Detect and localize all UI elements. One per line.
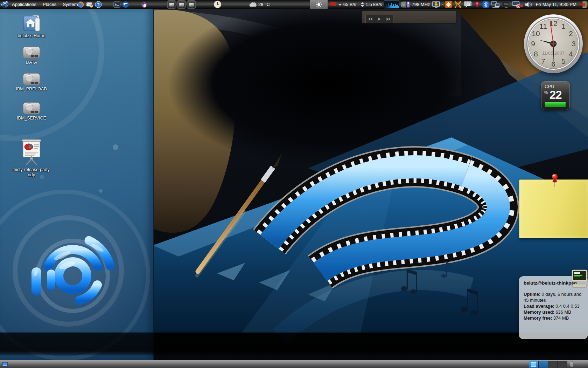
- weather-sun-applet[interactable]: [310, 0, 328, 9]
- panel-clock-applet[interactable]: [214, 0, 222, 9]
- terminal-launcher-icon[interactable]: [113, 1, 120, 8]
- firefox-launcher-icon[interactable]: [77, 1, 84, 8]
- weather-applet[interactable]: 28 °C: [249, 0, 270, 9]
- desktop-icon-data[interactable]: DATA: [9, 46, 54, 65]
- fast-forward-button[interactable]: [384, 15, 393, 23]
- volume-icon[interactable]: [525, 1, 533, 8]
- desktop-icon-label: DATA: [26, 60, 37, 65]
- workspace-switcher: [529, 361, 567, 368]
- down-arrow-icon: [338, 3, 342, 6]
- computer-icon: [570, 269, 588, 289]
- svg-text:♪: ♪: [439, 257, 454, 283]
- home-folder-icon: [22, 15, 41, 32]
- window-list-button-1[interactable]: [167, 0, 176, 9]
- svg-text:5: 5: [561, 57, 566, 65]
- desktop-icon-presentation-file[interactable]: feisty-release-party. odp: [9, 137, 54, 178]
- main-menu-logo-icon[interactable]: [1, 1, 9, 8]
- bottom-panel: [0, 360, 588, 368]
- hard-drive-icon: [23, 46, 40, 59]
- svg-text:3: 3: [572, 40, 576, 48]
- top-panel: Applications Places System ?: [0, 0, 588, 9]
- cpu-meter-value: 22: [550, 88, 562, 101]
- cpu-meter-widget[interactable]: CPU % 22: [541, 81, 570, 110]
- system-info-row: Uptime:0 days, 6 hours and 45 minutes: [524, 291, 584, 303]
- screenshot-tray-icon[interactable]: [502, 1, 510, 8]
- modem-phone-icon[interactable]: ☎: [329, 0, 337, 9]
- wallpaper-shadow-band: [0, 332, 588, 355]
- desktop-icon-label: belutz's Home: [18, 33, 46, 39]
- desktop-icon-ibm-preload[interactable]: IBM_PRELOAD: [9, 73, 54, 92]
- svg-text:10: 10: [532, 29, 540, 38]
- panel-date-time[interactable]: Fri May 11, 9:30 PM: [536, 2, 576, 7]
- workspace-3[interactable]: [548, 361, 558, 368]
- hard-drive-icon: [23, 102, 40, 115]
- network-graph[interactable]: [384, 0, 399, 8]
- logout-icon[interactable]: [580, 1, 587, 8]
- menu-places[interactable]: Places: [40, 0, 59, 9]
- bluetooth-icon[interactable]: [482, 1, 489, 8]
- svg-text:9: 9: [531, 40, 535, 48]
- network-offline-icon[interactable]: [512, 1, 523, 8]
- rewind-button[interactable]: [366, 15, 375, 23]
- media-controls-widget: [362, 11, 456, 23]
- desktop-icon-ibm-service[interactable]: IBM_SERVICE: [9, 102, 54, 121]
- remote-desktop-icon[interactable]: [491, 1, 500, 8]
- analog-clock-widget[interactable]: 12 1 2 3 4 5 6 7 8 9 10 11 11/05/2007: [524, 14, 583, 74]
- ruby-gem-icon[interactable]: [474, 1, 481, 8]
- menu-applications[interactable]: Applications: [9, 0, 40, 9]
- svg-text:11: 11: [539, 22, 547, 30]
- system-info-row: Memory used:636 MB: [524, 309, 584, 315]
- workspace-2[interactable]: [539, 361, 548, 368]
- alert-diamond-icon: [520, 5, 523, 7]
- network-down-rate: 65 B/s: [343, 2, 356, 7]
- cpu-meter-bar: [545, 102, 566, 107]
- play-button[interactable]: [375, 15, 384, 23]
- screen-lock-icon[interactable]: [432, 1, 440, 8]
- cpu-meter-unit: %: [544, 90, 548, 95]
- thunderbird-launcher-icon[interactable]: [122, 1, 129, 8]
- up-down-arrows-icon: [361, 2, 364, 7]
- chat-offline-icon[interactable]: chat: [454, 1, 462, 8]
- svg-text:1: 1: [561, 22, 566, 30]
- hard-drive-icon: [23, 73, 40, 86]
- cpu-frequency: 798 MHz: [412, 2, 430, 7]
- network-total-rate: 1.5 kB/s: [366, 2, 382, 7]
- window-list: [167, 0, 196, 9]
- system-info-widget[interactable]: belutz@belutz-thinkpad Uptime:0 days, 6 …: [519, 276, 588, 339]
- sticky-note-widget[interactable]: [519, 179, 588, 238]
- weather-temperature: 28 °C: [258, 2, 270, 7]
- desktop-icon-label: IBM_PRELOAD: [16, 87, 47, 92]
- svg-text:?: ?: [97, 2, 100, 7]
- window-list-button-2[interactable]: [177, 0, 186, 9]
- side-panel-swirl-logo: [31, 234, 115, 318]
- svg-text:4: 4: [569, 50, 573, 58]
- mail-launcher-icon[interactable]: [86, 1, 93, 8]
- svg-text:7: 7: [541, 57, 545, 65]
- presentation-file-icon: [19, 137, 44, 166]
- workspace-4[interactable]: [558, 361, 567, 368]
- desktop-icon-label: feisty-release-party. odp: [13, 167, 51, 178]
- svg-text:♫: ♫: [455, 282, 484, 320]
- show-desktop-button[interactable]: [1, 361, 9, 368]
- svg-text:8: 8: [534, 50, 538, 58]
- sun-icon: [316, 1, 322, 8]
- cpu-chip-icon[interactable]: [401, 1, 410, 8]
- panel-launchers: ?: [77, 0, 148, 9]
- separator-dash: -: [442, 2, 443, 7]
- window-list-button-3[interactable]: [187, 0, 196, 9]
- trash-icon: [569, 361, 574, 367]
- cloud-icon: [249, 2, 257, 7]
- system-info-row: Load average:0.4 0.4 0.53: [524, 303, 584, 309]
- fast-forward-icon: [386, 18, 391, 21]
- help-launcher-icon[interactable]: ?: [94, 1, 102, 8]
- clock-icon: [214, 0, 222, 8]
- svg-text:♫: ♫: [396, 263, 422, 298]
- trash-applet[interactable]: [568, 361, 575, 367]
- desktop-icon-home[interactable]: belutz's Home: [9, 15, 54, 39]
- desktop-icon-label: IBM_SERVICE: [17, 116, 46, 121]
- play-icon: [378, 18, 381, 21]
- mail-notifier-icon[interactable]: [464, 1, 472, 8]
- workspace-1-active[interactable]: [529, 361, 539, 368]
- starburst-tray-icon[interactable]: [445, 1, 452, 8]
- pidgin-launcher-icon[interactable]: [140, 1, 148, 8]
